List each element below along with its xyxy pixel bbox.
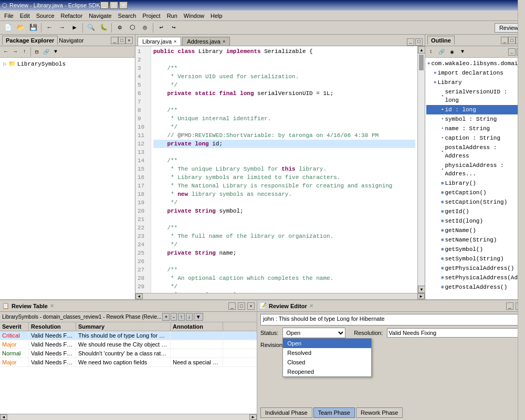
outline-item[interactable]: ◉ getSymbol()	[426, 245, 524, 254]
rt-scroll-right[interactable]: ►	[249, 414, 257, 420]
scroll-left-btn[interactable]: ◄	[135, 293, 143, 299]
menu-run[interactable]: Run	[164, 12, 181, 20]
save-button[interactable]: 💾	[27, 22, 39, 34]
explorer-up-btn[interactable]: ↑	[20, 47, 29, 57]
outline-item[interactable]: ◈ Library	[426, 78, 524, 87]
maximize-button[interactable]: □	[110, 2, 118, 9]
toolbar-btn-8[interactable]: ↩	[155, 22, 167, 34]
outline-item[interactable]: ◉ Library()	[426, 178, 524, 188]
outline-item[interactable]: ◈ import declarations	[426, 68, 524, 78]
individual-phase-tab[interactable]: Individual Phase	[260, 407, 312, 418]
table-row[interactable]: Major Valid Needs Fixin We need two capt…	[0, 358, 257, 367]
outline-item[interactable]: ◉ getId()	[426, 207, 524, 216]
outline-item[interactable]: ◉ getPostalAddress()	[426, 282, 524, 292]
rt-hscroll-track[interactable]	[7, 414, 249, 420]
outline-item[interactable]: ▪ symbol : String	[426, 114, 524, 124]
explorer-forward-btn[interactable]: →	[10, 47, 20, 57]
library-tab-close[interactable]: ×	[174, 39, 176, 44]
editor-maximize-btn[interactable]: □	[415, 38, 423, 46]
outline-minimize-btn[interactable]: _	[501, 37, 508, 44]
scroll-up-btn[interactable]: ▲	[418, 46, 425, 54]
outline-menu-btn[interactable]: ▼	[458, 47, 467, 57]
menu-navigate[interactable]: Navigate	[86, 12, 114, 20]
menu-help[interactable]: Help	[207, 12, 226, 20]
address-tab-close[interactable]: ×	[223, 39, 225, 44]
editor-tab-library[interactable]: Library.java ×	[138, 37, 181, 46]
outline-item[interactable]: ◉ getName()	[426, 226, 524, 235]
search-button[interactable]: 🔍	[85, 22, 97, 34]
forward-button[interactable]: →	[56, 22, 68, 34]
menu-refactor[interactable]: Refactor	[58, 12, 86, 20]
rt-scroll-left[interactable]: ◄	[0, 414, 7, 420]
outline-link-btn[interactable]: 🔗	[437, 47, 446, 57]
outline-item[interactable]: ◉ setName(String)	[426, 235, 524, 245]
re-minimize-btn[interactable]: _	[506, 302, 513, 310]
explorer-close-btn[interactable]: ×	[125, 37, 133, 44]
outline-item[interactable]: ◉ getCaption()	[426, 188, 524, 197]
rt-down-btn[interactable]: ↓	[186, 313, 193, 321]
menu-project[interactable]: Project	[139, 12, 163, 20]
resolution-input[interactable]	[387, 328, 522, 338]
navigator-tab[interactable]: Navigator	[59, 37, 83, 44]
run-button[interactable]: ▶	[69, 22, 80, 34]
explorer-menu-btn[interactable]: ▼	[51, 47, 60, 57]
rt-remove-btn[interactable]: -	[171, 313, 176, 321]
rework-phase-tab[interactable]: Rework Phase	[356, 407, 403, 418]
explorer-link-btn[interactable]: 🔗	[41, 47, 51, 57]
package-explorer-tab[interactable]: Package Explorer	[2, 36, 58, 45]
menu-source[interactable]: Source	[33, 12, 58, 20]
outline-item[interactable]: ◈ com.wakaleo.libsyms.domai...	[426, 59, 524, 68]
outline-item[interactable]: ▪ caption : String	[426, 133, 524, 143]
outline-item[interactable]: ◉ setCaption(String)	[426, 197, 524, 207]
editor-minimize-btn[interactable]: _	[407, 38, 414, 46]
editor-tab-address[interactable]: Address.java ×	[182, 37, 230, 46]
outline-item[interactable]: ▪ postalAddress : Address	[426, 143, 524, 161]
outline-ctrl-1[interactable]: _	[508, 48, 516, 56]
outline-item[interactable]: ▪ name : String	[426, 124, 524, 133]
outline-content[interactable]: ◈ com.wakaleo.libsyms.domai...◈ import d…	[425, 58, 525, 299]
outline-item[interactable]: ◉ getPhysicalAddress()	[426, 264, 524, 273]
outline-item[interactable]: ◉ setPhysicalAddress(Addr...	[426, 273, 524, 282]
close-button[interactable]: ×	[119, 2, 128, 9]
menu-file[interactable]: File	[1, 12, 17, 20]
outline-item[interactable]: ▪ serialVersionUID : long	[426, 87, 524, 105]
dropdown-option-resolved[interactable]: Resolved	[283, 348, 371, 358]
scroll-track[interactable]	[418, 54, 425, 286]
dropdown-option-open[interactable]: Open	[283, 339, 371, 348]
dropdown-option-closed[interactable]: Closed	[283, 358, 371, 367]
outline-item[interactable]: ▪ physicalAddress : Addres...	[426, 161, 524, 178]
scroll-right-btn[interactable]: ►	[417, 293, 425, 299]
editor-area[interactable]: 1234567891011121314151617181920212223242…	[135, 46, 425, 293]
dropdown-option-reopened[interactable]: Reopened	[283, 367, 371, 376]
table-row[interactable]: Critical Valid Needs Fixin This should b…	[0, 331, 257, 340]
menu-edit[interactable]: Edit	[17, 12, 33, 20]
open-button[interactable]: 📂	[15, 22, 26, 34]
rt-close-btn[interactable]: ×	[247, 302, 255, 310]
outline-maximize-btn[interactable]: □	[508, 37, 516, 44]
explorer-back-btn[interactable]: ←	[1, 47, 10, 57]
menu-search[interactable]: Search	[115, 12, 140, 20]
rt-add-btn[interactable]: +	[162, 313, 170, 321]
code-content[interactable]: public class Library implements Serializ…	[151, 46, 417, 293]
toolbar-btn-9[interactable]: ↪	[168, 22, 180, 34]
scroll-down-btn[interactable]: ▼	[418, 286, 425, 293]
toolbar-btn-5[interactable]: ⚙	[114, 22, 125, 34]
rt-up-btn[interactable]: ↑	[178, 313, 185, 321]
outline-item[interactable]: ◉ setSymbol(String)	[426, 254, 524, 264]
explorer-minimize-btn[interactable]: _	[111, 37, 118, 44]
tree-item-librarysymbols[interactable]: ▷ 📁 LibrarySymbols	[2, 60, 133, 68]
table-row[interactable]: Normal Valid Needs Fixin Shouldn't 'coun…	[0, 349, 257, 358]
outline-hide-btn[interactable]: ◉	[447, 47, 457, 57]
explorer-maximize-btn[interactable]: □	[118, 37, 125, 44]
outline-sort-btn[interactable]: ↕	[426, 47, 436, 57]
explorer-collapse-btn[interactable]: ⊟	[32, 47, 41, 57]
toolbar-btn-7[interactable]: ◎	[139, 22, 151, 34]
editor-scrollbar-v[interactable]: ▲ ▼	[417, 46, 425, 293]
outline-item[interactable]: ◉ setId(long)	[426, 216, 524, 226]
minimize-button[interactable]: _	[100, 2, 109, 9]
menu-window[interactable]: Window	[181, 12, 207, 20]
rt-maximize-btn[interactable]: □	[238, 302, 245, 310]
back-button[interactable]: ←	[44, 22, 55, 34]
table-row[interactable]: Major Valid Needs Fixin We should reuse …	[0, 340, 257, 349]
toolbar-btn-6[interactable]: ⬡	[127, 22, 138, 34]
